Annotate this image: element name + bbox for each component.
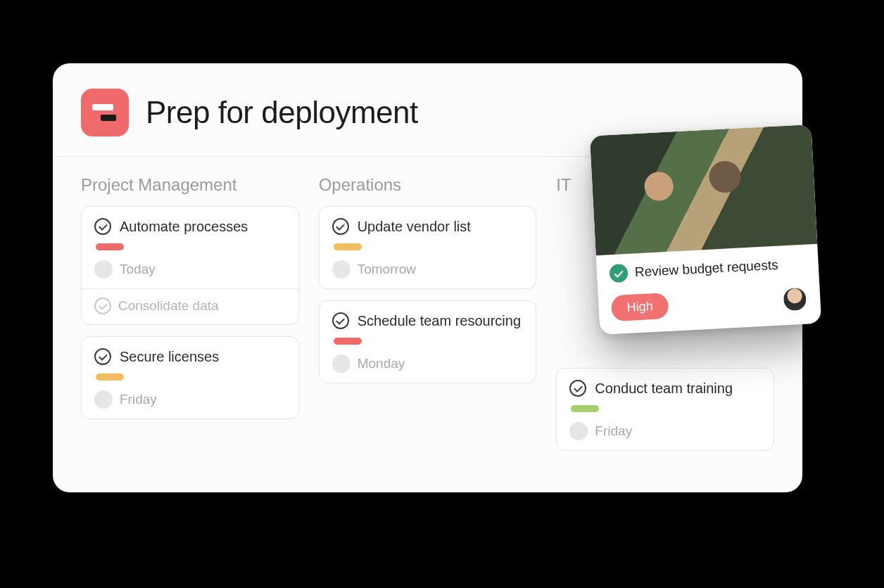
task-title: Automate processes [120,219,248,235]
column-title: Project Management [81,175,299,195]
complete-check-icon[interactable] [332,312,349,329]
column-project-management: Project Management Automate processes To… [81,175,299,462]
column-title: Operations [319,175,537,195]
due-date: Tomorrow [358,262,416,277]
complete-check-icon[interactable] [94,348,111,365]
divider [82,288,298,289]
assignee-placeholder-icon[interactable] [94,260,113,279]
assignee-placeholder-icon[interactable] [332,354,351,373]
due-date: Monday [358,356,405,371]
priority-tag [96,373,124,381]
task-card[interactable]: Schedule team resourcing Monday [319,300,537,383]
assignee-placeholder-icon[interactable] [569,422,588,440]
task-title: Update vendor list [358,219,471,235]
subtask-check-icon[interactable] [94,298,111,314]
column-operations: Operations Update vendor list Tomorrow S… [319,175,537,462]
subtask-title: Consolidate data [118,298,219,314]
priority-tag [334,243,362,250]
task-card[interactable]: Secure licenses Friday [81,336,299,419]
due-date: Friday [120,392,157,407]
priority-badge[interactable]: High [611,293,669,321]
assignee-avatar[interactable] [781,286,808,312]
task-title: Schedule team resourcing [358,313,521,329]
due-date: Today [120,262,156,277]
complete-check-icon[interactable] [332,218,349,235]
detail-task-title: Review budget requests [634,257,778,281]
priority-tag [334,338,362,345]
priority-tag [571,405,599,412]
complete-check-icon[interactable] [569,380,586,397]
task-card[interactable]: Conduct team training Friday [556,368,774,451]
due-date: Friday [595,423,632,439]
task-card[interactable]: Automate processes Today Consolidate dat… [81,206,299,325]
complete-check-icon[interactable] [94,218,111,235]
completed-check-icon[interactable] [609,264,628,283]
task-title: Conduct team training [595,381,733,397]
project-title: Prep for deployment [146,95,418,130]
assignee-placeholder-icon[interactable] [94,390,113,409]
priority-tag [96,243,124,250]
task-title: Secure licenses [120,349,219,365]
task-detail-card[interactable]: Review budget requests High [590,124,821,335]
task-card[interactable]: Update vendor list Tomorrow [319,206,537,289]
task-cover-image [590,124,817,255]
project-icon [81,89,129,136]
assignee-placeholder-icon[interactable] [332,260,351,279]
